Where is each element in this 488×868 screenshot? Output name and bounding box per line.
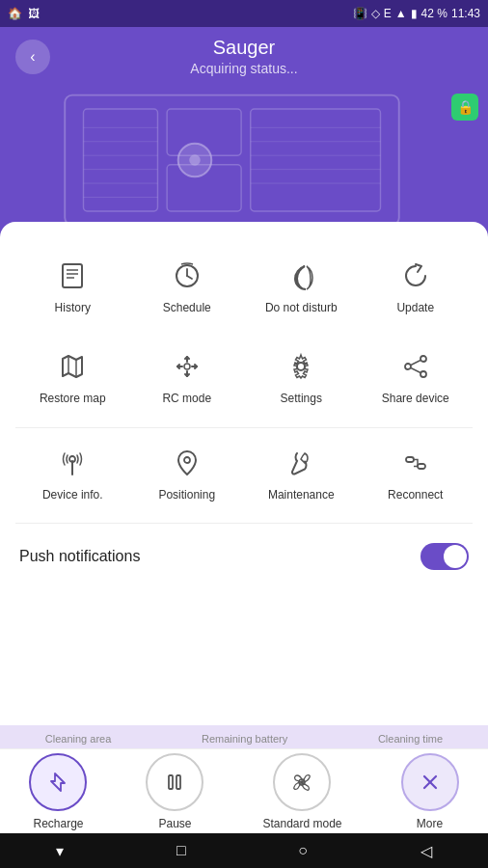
menu-item-update[interactable]: Update xyxy=(359,245,474,328)
update-label: Update xyxy=(396,301,434,314)
nav-item-standard-mode[interactable]: Standard mode xyxy=(262,753,341,830)
map-area: 🔒 xyxy=(0,86,488,234)
reconnect-label: Reconnect xyxy=(388,488,443,502)
android-down-button[interactable]: ▾ xyxy=(56,842,64,860)
menu-item-share-device[interactable]: Share device xyxy=(359,336,474,419)
menu-item-device-info[interactable]: Device info. xyxy=(15,432,130,515)
recharge-label: Recharge xyxy=(33,817,83,830)
bottom-nav: Recharge Pause Standard mode xyxy=(0,748,488,833)
android-back-button[interactable]: ◁ xyxy=(420,842,432,860)
share-icon xyxy=(398,349,433,384)
menu-item-restore-map[interactable]: Restore map xyxy=(15,336,130,419)
settings-label: Settings xyxy=(281,392,322,405)
toggle-knob xyxy=(444,545,467,568)
nav-item-more[interactable]: More xyxy=(401,753,459,830)
rc-mode-label: RC mode xyxy=(162,392,211,405)
svg-point-32 xyxy=(420,356,426,362)
menu-item-positioning[interactable]: Positioning xyxy=(130,432,245,515)
battery-percent: 42 % xyxy=(421,7,447,20)
status-right-info: 📳 ◇ E ▲ ▮ 42 % 11:43 xyxy=(353,7,480,20)
menu-grid-row2: Restore map RC mode xyxy=(15,336,473,419)
svg-point-37 xyxy=(69,456,75,462)
android-nav-bar: ▾ □ ○ ◁ xyxy=(0,833,488,868)
divider-2 xyxy=(15,523,473,524)
svg-point-17 xyxy=(189,154,201,166)
svg-rect-0 xyxy=(65,95,399,226)
menu-item-settings[interactable]: Settings xyxy=(244,336,359,419)
svg-rect-18 xyxy=(63,264,82,287)
wrench-icon xyxy=(284,446,318,480)
menu-grid-row1: History Schedule Do not disturb xyxy=(15,245,473,328)
schedule-label: Schedule xyxy=(163,301,211,314)
recharge-circle xyxy=(29,753,87,811)
map-icon xyxy=(55,349,90,384)
svg-rect-39 xyxy=(406,457,414,462)
more-label: More xyxy=(417,817,443,830)
pause-label: Pause xyxy=(158,817,191,830)
location-icon xyxy=(170,446,204,480)
battery-icon: ▮ xyxy=(411,7,418,20)
push-notifications-label: Push notifications xyxy=(19,548,140,565)
signal-icon: ▲ xyxy=(395,7,407,20)
history-icon xyxy=(55,258,90,293)
svg-rect-1 xyxy=(83,109,157,211)
svg-rect-3 xyxy=(251,109,381,211)
moon-icon xyxy=(284,258,318,293)
top-area: ‹ Sauger Acquiring status... xyxy=(0,27,488,234)
antenna-icon xyxy=(55,446,90,480)
home-icon: 🏠 xyxy=(8,7,22,20)
modal-sheet: History Schedule Do not disturb xyxy=(0,222,488,752)
vibrate-icon: 📳 xyxy=(353,7,367,20)
remaining-battery-stat: Remaining battery xyxy=(202,733,287,745)
menu-item-rc-mode[interactable]: RC mode xyxy=(130,336,245,419)
menu-item-schedule[interactable]: Schedule xyxy=(130,245,245,328)
fan-circle xyxy=(273,753,331,811)
nav-item-pause[interactable]: Pause xyxy=(146,753,203,830)
share-device-label: Share device xyxy=(382,392,449,405)
svg-point-38 xyxy=(184,457,190,463)
time-display: 11:43 xyxy=(451,7,480,20)
device-status: Acquiring status... xyxy=(190,61,297,76)
more-circle xyxy=(401,753,459,811)
history-label: History xyxy=(55,301,91,314)
pause-circle xyxy=(146,753,203,811)
restore-map-label: Restore map xyxy=(40,392,106,405)
device-name: Sauger xyxy=(213,37,276,59)
chain-icon xyxy=(398,446,433,480)
menu-item-history[interactable]: History xyxy=(15,245,130,328)
android-square-button[interactable]: □ xyxy=(176,842,186,859)
divider-1 xyxy=(15,427,473,428)
top-header: ‹ Sauger Acquiring status... xyxy=(0,27,488,86)
cleaning-area-stat: Cleaning area xyxy=(45,733,112,745)
back-button[interactable]: ‹ xyxy=(15,40,50,74)
menu-item-maintenance[interactable]: Maintenance xyxy=(244,432,359,515)
svg-point-25 xyxy=(184,364,190,369)
svg-rect-41 xyxy=(169,775,173,789)
status-left-icons: 🏠 🖼 xyxy=(8,7,40,20)
cleaning-time-stat: Cleaning time xyxy=(378,733,443,745)
svg-point-33 xyxy=(420,371,426,377)
maintenance-label: Maintenance xyxy=(268,488,335,502)
wifi-diamond-icon: ◇ xyxy=(371,7,380,20)
rc-icon xyxy=(170,349,204,384)
svg-line-34 xyxy=(411,361,420,366)
push-notifications-row: Push notifications xyxy=(15,528,473,578)
network-e-icon: E xyxy=(384,7,392,20)
standard-mode-label: Standard mode xyxy=(262,817,341,830)
menu-item-reconnect[interactable]: Reconnect xyxy=(359,432,474,515)
device-info-label: Device info. xyxy=(42,488,103,502)
svg-rect-40 xyxy=(418,464,425,469)
push-notifications-toggle[interactable] xyxy=(420,543,469,570)
dnd-label: Do not disturb xyxy=(265,301,338,314)
status-bar: 🏠 🖼 📳 ◇ E ▲ ▮ 42 % 11:43 xyxy=(0,0,488,27)
svg-rect-42 xyxy=(176,775,180,789)
update-icon xyxy=(398,258,433,293)
svg-point-31 xyxy=(405,364,411,369)
menu-item-dnd[interactable]: Do not disturb xyxy=(244,245,359,328)
nav-item-recharge[interactable]: Recharge xyxy=(29,753,87,830)
android-home-button[interactable]: ○ xyxy=(298,842,308,859)
svg-point-30 xyxy=(297,363,305,370)
svg-line-35 xyxy=(411,368,420,373)
lock-badge: 🔒 xyxy=(451,94,478,121)
gear-icon xyxy=(284,349,318,384)
